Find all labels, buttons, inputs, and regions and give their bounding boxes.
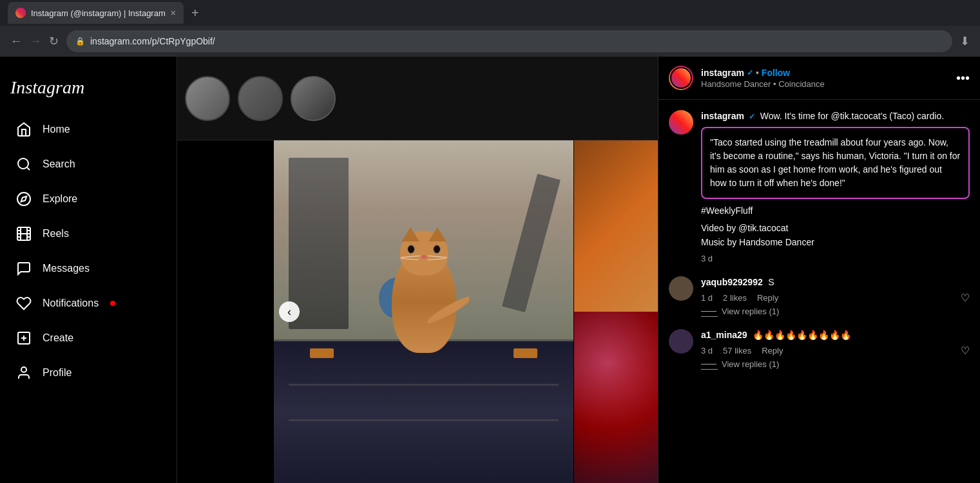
- post-image: ‹: [274, 140, 573, 483]
- sidebar-navigation: Home Search Explore: [0, 113, 177, 475]
- download-button[interactable]: ⬇: [960, 34, 970, 48]
- profile-label: Profile: [43, 367, 72, 379]
- music-credit: Music by Handsome Dancer: [701, 235, 970, 249]
- comment-1-body: yaqub9292992 S 1 d 2 likes Reply ♡ —— Vi…: [701, 276, 970, 316]
- comment-1-meta: 1 d 2 likes Reply ♡: [701, 292, 970, 304]
- right-image-top: [574, 140, 658, 312]
- svg-line-1: [27, 167, 30, 170]
- sidebar-item-profile[interactable]: Profile: [5, 357, 171, 389]
- messages-icon: [15, 260, 32, 277]
- highlighted-quote: "Taco started using the treadmill about …: [701, 127, 970, 199]
- sidebar: Instagram Home Search: [0, 57, 177, 483]
- avatar-image: [671, 68, 691, 88]
- avatar-inner: [670, 67, 692, 89]
- comment-1-avatar: [669, 276, 693, 301]
- comment-2-like-button[interactable]: ♡: [961, 345, 970, 357]
- hashtag[interactable]: #WeeklyFluff: [701, 205, 970, 216]
- profile-icon: [15, 365, 32, 381]
- caption-meta: 3 d: [701, 254, 970, 263]
- browser-title-bar: Instagram (@instagram) | Instagram × +: [0, 0, 980, 26]
- sidebar-item-search[interactable]: Search: [5, 148, 171, 180]
- instagram-app: Instagram Home Search: [0, 57, 980, 483]
- create-label: Create: [43, 332, 73, 344]
- comments-panel: instagram ✓ • Follow Handsome Dancer • C…: [658, 57, 980, 483]
- notifications-icon: [15, 295, 32, 312]
- comment-1-text: S: [768, 277, 774, 287]
- browser-tab[interactable]: Instagram (@instagram) | Instagram ×: [8, 2, 184, 24]
- prev-post-button[interactable]: ‹: [279, 301, 300, 322]
- comment-row-1: yaqub9292992 S 1 d 2 likes Reply ♡ —— Vi…: [669, 276, 970, 316]
- story-item[interactable]: [238, 76, 283, 121]
- right-image-bottom: [574, 312, 658, 483]
- story-item[interactable]: [185, 76, 230, 121]
- comment-2-likes: 57 likes: [723, 346, 751, 355]
- caption-avatar: [669, 110, 693, 135]
- sidebar-item-messages[interactable]: Messages: [5, 252, 171, 285]
- reply-dash-2-icon: ——: [701, 364, 716, 365]
- comment-2-reply[interactable]: Reply: [762, 346, 783, 355]
- caption-verified: ✓: [749, 112, 755, 121]
- caption-comment: instagram ✓ Wow. It's time for @tik.taco…: [669, 110, 970, 263]
- comment-1-username: yaqub9292992: [701, 277, 763, 287]
- sidebar-item-home[interactable]: Home: [5, 113, 171, 146]
- story-item[interactable]: [291, 76, 336, 121]
- new-tab-button[interactable]: +: [191, 6, 199, 21]
- svg-marker-3: [21, 196, 26, 202]
- more-options-button[interactable]: •••: [956, 71, 970, 86]
- sidebar-item-reels[interactable]: Reels: [5, 218, 171, 250]
- comment-2-text: 🔥🔥🔥🔥🔥🔥🔥🔥🔥: [753, 330, 851, 340]
- url-display: instagram.com/p/CtRpYgpObif/: [90, 36, 215, 46]
- tab-favicon-icon: [15, 8, 26, 18]
- comment-2-username: a1_mina29: [701, 330, 747, 340]
- tab-title: Instagram (@instagram) | Instagram: [31, 8, 166, 18]
- stories-strip: [177, 57, 658, 140]
- notifications-label: Notifications: [43, 298, 99, 309]
- refresh-button[interactable]: ↻: [49, 34, 59, 48]
- comment-1-reply[interactable]: Reply: [757, 293, 778, 303]
- svg-point-2: [17, 193, 30, 205]
- tab-close-button[interactable]: ×: [171, 8, 176, 18]
- sidebar-item-explore[interactable]: Explore: [5, 183, 171, 215]
- forward-button[interactable]: →: [30, 35, 41, 48]
- caption-username: instagram ✓: [701, 111, 758, 121]
- comment-2-meta: 3 d 57 likes Reply ♡: [701, 345, 970, 357]
- comments-section: instagram ✓ Wow. It's time for @tik.taco…: [658, 100, 980, 483]
- sidebar-item-notifications[interactable]: Notifications: [5, 287, 171, 319]
- notification-dot: [110, 301, 115, 306]
- follow-button[interactable]: Follow: [762, 68, 790, 78]
- right-edge-preview: [574, 140, 658, 483]
- home-label: Home: [43, 124, 70, 135]
- caption-body: instagram ✓ Wow. It's time for @tik.taco…: [701, 110, 970, 263]
- post-owner-username: instagram ✓ • Follow: [701, 68, 948, 78]
- comment-2-time: 3 d: [701, 346, 713, 355]
- explore-icon: [15, 191, 32, 207]
- post-owner-avatar: [669, 66, 693, 90]
- svg-point-0: [18, 158, 28, 169]
- reels-label: Reels: [43, 228, 69, 240]
- create-icon: [15, 330, 32, 346]
- browser-address-bar: ← → ↻ 🔒 instagram.com/p/CtRpYgpObif/ ⬇: [0, 26, 980, 57]
- address-bar[interactable]: 🔒 instagram.com/p/CtRpYgpObif/: [66, 30, 952, 52]
- svg-point-15: [21, 367, 26, 372]
- messages-label: Messages: [43, 263, 90, 274]
- comment-2-avatar: [669, 329, 693, 354]
- post-header-info: instagram ✓ • Follow Handsome Dancer • C…: [701, 68, 948, 89]
- reels-icon: [15, 225, 32, 242]
- comment-1-view-replies[interactable]: —— View replies (1): [701, 307, 970, 316]
- comment-1-like-button[interactable]: ♡: [961, 292, 970, 304]
- reply-dash-icon: ——: [701, 311, 716, 312]
- video-credit: Video by @tik.tacocat: [701, 221, 970, 235]
- caption-timestamp: 3 d: [701, 254, 713, 263]
- search-label: Search: [43, 158, 75, 170]
- verified-badge: ✓: [747, 68, 753, 77]
- explore-label: Explore: [43, 193, 77, 205]
- sidebar-item-create[interactable]: Create: [5, 322, 171, 354]
- main-content: ‹: [177, 57, 658, 483]
- comment-2-body: a1_mina29 🔥🔥🔥🔥🔥🔥🔥🔥🔥 3 d 57 likes Reply ♡…: [701, 329, 970, 369]
- back-button[interactable]: ←: [10, 35, 22, 48]
- post-header: instagram ✓ • Follow Handsome Dancer • C…: [658, 57, 980, 100]
- comment-2-view-replies[interactable]: —— View replies (1): [701, 359, 970, 369]
- comment-1-likes: 2 likes: [723, 293, 747, 303]
- comment-row-2: a1_mina29 🔥🔥🔥🔥🔥🔥🔥🔥🔥 3 d 57 likes Reply ♡…: [669, 329, 970, 369]
- caption-text: Wow. It's time for @tik.tacocat's (Taco)…: [760, 111, 944, 121]
